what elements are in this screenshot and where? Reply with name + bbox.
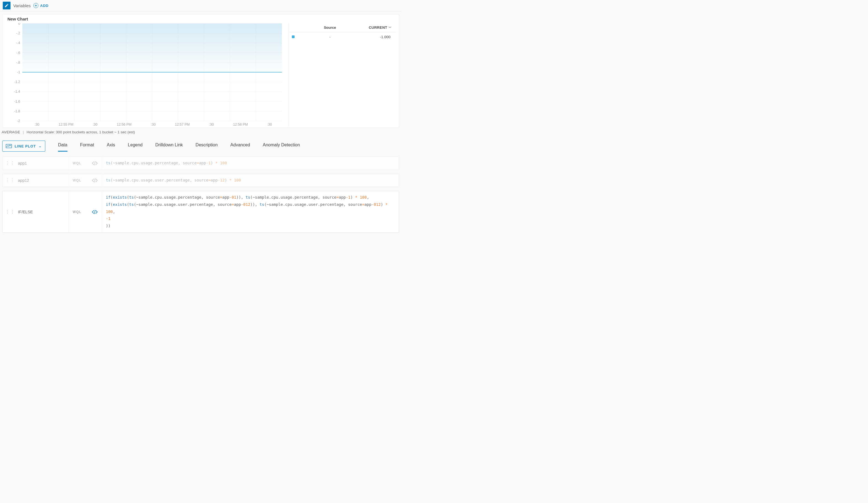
x-tick: :30 bbox=[255, 123, 284, 127]
query-type-cell[interactable]: WQL bbox=[69, 191, 102, 232]
variables-bar: Variables + ADD bbox=[0, 0, 401, 11]
add-variable-button[interactable]: + ADD bbox=[33, 3, 49, 8]
footer-average: AVERAGE bbox=[2, 130, 20, 134]
drag-handle-icon[interactable]: ⋮⋮ bbox=[5, 162, 15, 165]
chart-plot-area[interactable]: 0-.2-.4-.6-.8-1-1.2-1.4-1.6-1.8-2 :3012:… bbox=[6, 23, 284, 127]
code-icon bbox=[92, 210, 98, 214]
chevron-down-icon: ⌄ bbox=[39, 144, 42, 148]
query-type-label: WQL bbox=[73, 179, 82, 182]
query-type-label: WQL bbox=[73, 161, 82, 165]
chart-editor-tabs: LINE PLOT ⌄ DataFormatAxisLegendDrilldow… bbox=[0, 140, 401, 152]
svg-line-34 bbox=[94, 162, 95, 165]
svg-text:-.4: -.4 bbox=[16, 41, 20, 45]
svg-text:0: 0 bbox=[18, 23, 20, 26]
svg-text:-.6: -.6 bbox=[16, 51, 20, 55]
svg-text:-1: -1 bbox=[17, 70, 20, 74]
legend-row[interactable]: --1.000 bbox=[289, 32, 396, 41]
code-icon bbox=[92, 161, 98, 166]
chart-panel: New Chart 0-.2-.4-.6-.8-1-1.2-1.4-1.6-1.… bbox=[2, 14, 399, 128]
tab-format[interactable]: Format bbox=[80, 140, 94, 152]
svg-text:-2: -2 bbox=[17, 119, 20, 123]
x-axis-ticks: :3012:55 PM:3012:56 PM:3012:57 PM:3012:5… bbox=[6, 123, 284, 127]
query-name: app1 bbox=[18, 161, 27, 165]
tab-data[interactable]: Data bbox=[58, 140, 68, 152]
plus-circle-icon: + bbox=[33, 3, 39, 8]
footer-scale: Horizontal Scale: 300 point buckets acro… bbox=[27, 130, 135, 134]
x-tick: :30 bbox=[22, 123, 51, 127]
tab-description[interactable]: Description bbox=[196, 140, 218, 152]
query-list: ⋮⋮app1WQLts(~sample.cpu.usage.percentage… bbox=[2, 157, 399, 233]
query-name: IF/ELSE bbox=[18, 210, 33, 214]
legend-source-header[interactable]: Source bbox=[297, 26, 363, 30]
variables-label: Variables bbox=[13, 3, 31, 8]
svg-text:-1.8: -1.8 bbox=[14, 109, 20, 113]
svg-line-36 bbox=[94, 210, 95, 214]
edit-icon[interactable] bbox=[3, 2, 10, 9]
x-tick: 12:56 PM bbox=[110, 123, 139, 127]
query-expression[interactable]: ts(~sample.cpu.usage.user.percentage, so… bbox=[102, 174, 399, 187]
tab-axis[interactable]: Axis bbox=[107, 140, 115, 152]
query-name-cell[interactable]: ⋮⋮app1 bbox=[2, 157, 69, 170]
x-tick: :30 bbox=[139, 123, 168, 127]
x-tick: :30 bbox=[80, 123, 110, 127]
add-label: ADD bbox=[40, 3, 49, 8]
x-tick: 12:55 PM bbox=[51, 123, 80, 127]
drag-handle-icon[interactable]: ⋮⋮ bbox=[5, 210, 15, 213]
legend-swatch bbox=[292, 36, 294, 38]
chevron-down-icon: ﹀ bbox=[389, 26, 392, 30]
query-type-cell[interactable]: WQL bbox=[69, 157, 102, 170]
chart-title: New Chart bbox=[8, 17, 396, 21]
query-name: app12 bbox=[18, 178, 29, 183]
x-tick: 12:57 PM bbox=[168, 123, 197, 127]
query-type-label: WQL bbox=[73, 210, 82, 214]
query-name-cell[interactable]: ⋮⋮app12 bbox=[2, 174, 69, 187]
legend-panel: Source CURRENT ﹀ --1.000 bbox=[289, 23, 396, 127]
svg-text:-1.2: -1.2 bbox=[14, 80, 20, 84]
legend-source: - bbox=[297, 35, 363, 39]
tab-anomaly-detection[interactable]: Anomaly Detection bbox=[263, 140, 300, 152]
plot-type-label: LINE PLOT bbox=[15, 144, 36, 148]
plot-type-selector[interactable]: LINE PLOT ⌄ bbox=[2, 141, 45, 152]
svg-text:-1.6: -1.6 bbox=[14, 100, 20, 103]
line-plot-icon bbox=[6, 144, 12, 148]
code-icon bbox=[92, 178, 98, 183]
x-tick: :30 bbox=[197, 123, 226, 127]
tab-legend[interactable]: Legend bbox=[128, 140, 143, 152]
query-row: ⋮⋮app1WQLts(~sample.cpu.usage.percentage… bbox=[2, 157, 399, 170]
query-name-cell[interactable]: ⋮⋮IF/ELSE bbox=[2, 191, 69, 232]
legend-current: -1.000 bbox=[363, 35, 396, 39]
query-row: ⋮⋮IF/ELSEWQLif(exists(ts(~sample.cpu.usa… bbox=[2, 191, 399, 233]
svg-text:-.2: -.2 bbox=[16, 31, 20, 35]
legend-current-header[interactable]: CURRENT ﹀ bbox=[363, 26, 396, 30]
query-type-cell[interactable]: WQL bbox=[69, 174, 102, 187]
svg-line-35 bbox=[94, 179, 95, 182]
chart-footer: AVERAGE | Horizontal Scale: 300 point bu… bbox=[0, 128, 401, 138]
query-expression[interactable]: if(exists(ts(~sample.cpu.usage.percentag… bbox=[102, 191, 399, 232]
line-chart: 0-.2-.4-.6-.8-1-1.2-1.4-1.6-1.8-2 bbox=[6, 23, 284, 123]
x-tick: 12:58 PM bbox=[226, 123, 255, 127]
svg-rect-31 bbox=[22, 23, 282, 72]
svg-text:-.8: -.8 bbox=[16, 61, 20, 64]
tab-drilldown-link[interactable]: Drilldown Link bbox=[155, 140, 183, 152]
query-expression[interactable]: ts(~sample.cpu.usage.percentage, source=… bbox=[102, 157, 399, 170]
drag-handle-icon[interactable]: ⋮⋮ bbox=[5, 179, 15, 182]
query-row: ⋮⋮app12WQLts(~sample.cpu.usage.user.perc… bbox=[2, 174, 399, 187]
svg-text:-1.4: -1.4 bbox=[14, 90, 20, 93]
tab-advanced[interactable]: Advanced bbox=[230, 140, 250, 152]
